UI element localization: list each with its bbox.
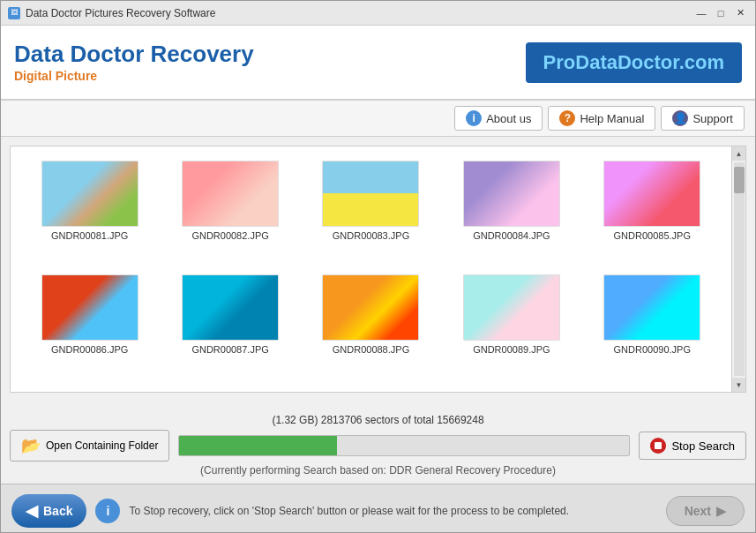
- bottom-message: To Stop recovery, click on 'Stop Search'…: [129, 505, 656, 517]
- image-thumbnail: [322, 274, 419, 341]
- image-thumbnail: [182, 274, 279, 341]
- info-circle-icon: i: [95, 499, 120, 523]
- scroll-down-arrow[interactable]: ▼: [732, 378, 746, 392]
- back-label: Back: [43, 504, 72, 518]
- info-icon: i: [466, 110, 482, 126]
- image-thumbnail: [322, 161, 419, 227]
- open-folder-button[interactable]: 📂 Open Containing Folder: [10, 430, 169, 462]
- title-bar-text: Data Doctor Pictures Recovery Software: [26, 7, 693, 19]
- image-thumbnail: [603, 161, 700, 227]
- image-filename: GNDR00082.JPG: [191, 230, 268, 241]
- image-item[interactable]: GNDR00086.JPG: [19, 269, 160, 383]
- stop-search-button[interactable]: Stop Search: [639, 432, 746, 460]
- brand-text: ProDataDoctor.com: [543, 51, 724, 73]
- image-filename: GNDR00088.JPG: [333, 344, 409, 355]
- image-item[interactable]: GNDR00085.JPG: [582, 155, 722, 269]
- image-grid: GNDR00081.JPGGNDR00082.JPGGNDR00083.JPGG…: [11, 146, 731, 392]
- maximize-button[interactable]: □: [713, 5, 729, 21]
- back-button[interactable]: ◀ Back: [11, 494, 86, 528]
- image-item[interactable]: GNDR00084.JPG: [441, 155, 581, 269]
- image-panel: GNDR00081.JPGGNDR00082.JPGGNDR00083.JPGG…: [10, 146, 746, 393]
- stop-icon-inner: [655, 442, 662, 449]
- question-icon: ?: [559, 110, 575, 126]
- progress-info: (1.32 GB) 2813706 sectors of total 15669…: [10, 414, 746, 426]
- help-manual-button[interactable]: ? Help Manual: [548, 106, 655, 131]
- image-filename: GNDR00081.JPG: [51, 230, 128, 241]
- support-label: Support: [692, 112, 733, 125]
- bottom-bar: ◀ Back i To Stop recovery, click on 'Sto…: [1, 484, 755, 533]
- scrollbar[interactable]: ▲ ▼: [731, 146, 745, 392]
- scrollbar-track[interactable]: [734, 162, 745, 376]
- image-item[interactable]: GNDR00082.JPG: [160, 155, 300, 269]
- image-filename: GNDR00085.JPG: [614, 230, 691, 241]
- help-manual-label: Help Manual: [580, 112, 644, 125]
- support-button[interactable]: 👤 Support: [661, 106, 745, 131]
- brand-logo: ProDataDoctor.com: [526, 42, 742, 83]
- progress-area: (1.32 GB) 2813706 sectors of total 15669…: [1, 407, 755, 484]
- image-filename: GNDR00089.JPG: [473, 344, 550, 355]
- image-filename: GNDR00090.JPG: [614, 344, 691, 355]
- support-icon: 👤: [672, 110, 688, 126]
- image-thumbnail: [41, 274, 138, 341]
- app-icon: 🖼: [8, 7, 20, 19]
- image-item[interactable]: GNDR00089.JPG: [441, 269, 581, 383]
- scroll-up-arrow[interactable]: ▲: [732, 146, 746, 161]
- image-thumbnail: [182, 161, 279, 227]
- main-content: GNDR00081.JPGGNDR00082.JPGGNDR00083.JPGG…: [1, 137, 755, 407]
- about-us-button[interactable]: i About us: [454, 106, 543, 131]
- window-controls: — □ ✕: [693, 5, 748, 21]
- image-filename: GNDR00083.JPG: [333, 230, 409, 241]
- image-filename: GNDR00087.JPG: [191, 344, 268, 355]
- app-title: Data Doctor Recovery: [14, 41, 254, 67]
- image-item[interactable]: GNDR00081.JPG: [19, 155, 160, 269]
- back-arrow-icon: ◀: [26, 501, 38, 521]
- image-thumbnail: [41, 161, 138, 227]
- image-item[interactable]: GNDR00083.JPG: [301, 155, 441, 269]
- title-bar: 🖼 Data Doctor Pictures Recovery Software…: [1, 1, 755, 26]
- close-button[interactable]: ✕: [732, 5, 748, 21]
- image-filename: GNDR00086.JPG: [51, 344, 128, 355]
- image-thumbnail: [463, 161, 560, 227]
- folder-icon: 📂: [21, 436, 41, 455]
- image-filename: GNDR00084.JPG: [473, 230, 550, 241]
- open-folder-label: Open Containing Folder: [46, 439, 158, 452]
- image-item[interactable]: GNDR00090.JPG: [582, 269, 722, 383]
- progress-bar: [178, 435, 630, 456]
- stop-icon: [650, 438, 666, 454]
- nav-bar: i About us ? Help Manual 👤 Support: [1, 101, 755, 137]
- minimize-button[interactable]: —: [693, 5, 709, 21]
- image-thumbnail: [603, 274, 700, 341]
- about-us-label: About us: [486, 112, 531, 125]
- progress-bar-fill: [179, 436, 337, 455]
- next-arrow-icon: ▶: [716, 504, 726, 518]
- progress-row: 📂 Open Containing Folder Stop Search: [10, 430, 746, 462]
- image-item[interactable]: GNDR00087.JPG: [160, 269, 300, 383]
- scrollbar-thumb: [734, 167, 745, 193]
- stop-search-label: Stop Search: [671, 439, 735, 453]
- logo: Data Doctor Recovery Digital Picture: [14, 41, 254, 83]
- next-label: Next: [685, 504, 711, 518]
- progress-sub-text: (Currently performing Search based on: D…: [10, 464, 746, 477]
- image-thumbnail: [463, 274, 560, 341]
- next-button[interactable]: Next ▶: [666, 496, 745, 526]
- header: Data Doctor Recovery Digital Picture Pro…: [1, 26, 755, 101]
- image-item[interactable]: GNDR00088.JPG: [301, 269, 441, 383]
- app-subtitle: Digital Picture: [14, 69, 254, 83]
